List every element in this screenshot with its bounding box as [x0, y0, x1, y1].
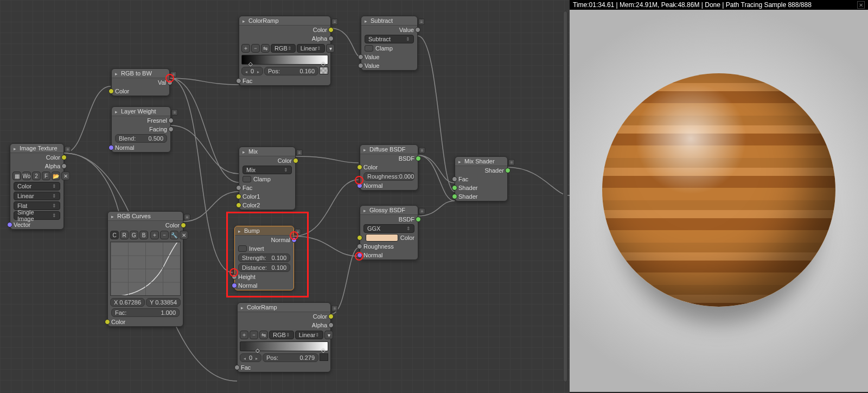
ramp-del-icon[interactable]: －	[251, 44, 260, 53]
curve-x-field[interactable]: X0.67286	[110, 298, 145, 307]
rendered-sphere	[602, 73, 835, 307]
node-image-texture[interactable]: Image Texture≡ Color Alpha ▦ Wo 2 F 📂 ✕ …	[10, 143, 64, 230]
chevron-down-icon[interactable]: ▾	[326, 44, 335, 53]
distance-field[interactable]: Distance:0.100	[238, 263, 290, 272]
blend-field[interactable]: Blend:0.500	[115, 134, 167, 143]
ramp-flip-icon[interactable]: ⇋	[261, 44, 270, 53]
open-icon[interactable]: 📂	[52, 172, 60, 180]
node-bump[interactable]: Bump≡ Normal Invert Strength:0.100 Dista…	[234, 226, 294, 290]
unlink-icon[interactable]: ✕	[61, 172, 70, 180]
users-btn[interactable]: 2	[32, 172, 41, 180]
color-ramp-widget[interactable]	[241, 55, 328, 65]
node-colorramp-2[interactable]: ColorRamp≡ Color Alpha ＋－⇋ RGB Linear ▾ …	[237, 302, 331, 372]
node-rgb-curves[interactable]: RGB Curves≡ Color C R G B ＋ － 🔧 ✕ X0.672…	[107, 211, 183, 327]
curve-tab-r[interactable]: R	[120, 231, 129, 239]
source-dropdown[interactable]: Single Image	[14, 211, 60, 220]
node-colorramp-1[interactable]: ColorRamp≡ Color Alpha ＋ － ⇋ RGB Linear …	[239, 16, 331, 86]
roughness-field[interactable]: Roughness:0.000	[363, 172, 414, 181]
node-layer-weight[interactable]: Layer Weight≡ Fresnel Facing Blend:0.500…	[111, 106, 171, 153]
distribution-dropdown[interactable]: GGX	[363, 224, 414, 233]
image-icon[interactable]: ▦	[12, 172, 21, 180]
scrollbar[interactable]	[563, 11, 567, 382]
node-rgb-to-bw[interactable]: RGB to BW≡ Val Color	[111, 68, 170, 96]
node-diffuse-bsdf[interactable]: Diffuse BSDF≡ BSDF Color Roughness:0.000…	[360, 144, 418, 191]
color-ramp-widget[interactable]	[240, 341, 328, 351]
node-mix[interactable]: Mix≡ Color Mix Clamp Fac Color1 Color2	[239, 147, 296, 210]
ramp-mode-dropdown[interactable]: RGB	[271, 44, 296, 53]
image-name[interactable]: Wo	[22, 172, 31, 180]
curve-editor[interactable]	[110, 242, 181, 296]
clamp-checkbox[interactable]	[242, 176, 251, 182]
render-preview-panel: Time:01:34.61 | Mem:24.91M, Peak:48.86M …	[570, 0, 868, 393]
curve-fac-field[interactable]: Fac:1.000	[111, 308, 180, 317]
zoom-out-icon[interactable]: －	[160, 231, 169, 239]
reset-icon[interactable]: ✕	[180, 231, 188, 239]
blend-type-dropdown[interactable]: Mix	[242, 166, 292, 174]
node-glossy-bsdf[interactable]: Glossy BSDF≡ BSDF GGX Color Roughness No…	[360, 205, 418, 260]
curve-tab-g[interactable]: G	[130, 231, 138, 239]
colorspace-dropdown[interactable]: Color	[14, 182, 60, 191]
clamp-checkbox[interactable]	[365, 45, 373, 52]
tools-icon[interactable]: 🔧	[170, 231, 178, 239]
color-swatch[interactable]	[366, 234, 398, 242]
node-mix-shader[interactable]: Mix Shader≡ Shader Fac Shader Shader	[455, 156, 508, 201]
render-status-bar: Time:01:34.61 | Mem:24.91M, Peak:48.86M …	[570, 0, 868, 10]
math-op-dropdown[interactable]: Subtract	[365, 35, 414, 43]
invert-checkbox[interactable]	[238, 245, 247, 252]
curve-tab-b[interactable]: B	[139, 231, 148, 239]
ramp-interp-dropdown[interactable]: Linear	[297, 44, 326, 53]
ramp-add-icon[interactable]: ＋	[241, 44, 250, 53]
interpolation-dropdown[interactable]: Linear	[14, 192, 60, 200]
zoom-in-icon[interactable]: ＋	[150, 231, 159, 239]
curve-tab-c[interactable]: C	[110, 231, 119, 239]
fake-user-btn[interactable]: F	[42, 172, 50, 180]
node-subtract[interactable]: Subtract≡ Value Subtract Clamp Value Val…	[361, 16, 418, 71]
close-icon[interactable]: ✕	[857, 1, 865, 9]
ramp-color-swatch[interactable]	[320, 67, 328, 74]
ramp-index-field[interactable]: 0	[241, 67, 263, 75]
node-header[interactable]: Image Texture≡	[10, 144, 63, 153]
render-viewport[interactable]	[570, 10, 868, 392]
menu-icon[interactable]: ≡	[65, 146, 71, 153]
curve-y-field[interactable]: Y0.33854	[146, 298, 181, 307]
strength-field[interactable]: Strength:0.100	[238, 253, 290, 262]
ramp-pos-field[interactable]: Pos:0.160	[264, 67, 318, 75]
